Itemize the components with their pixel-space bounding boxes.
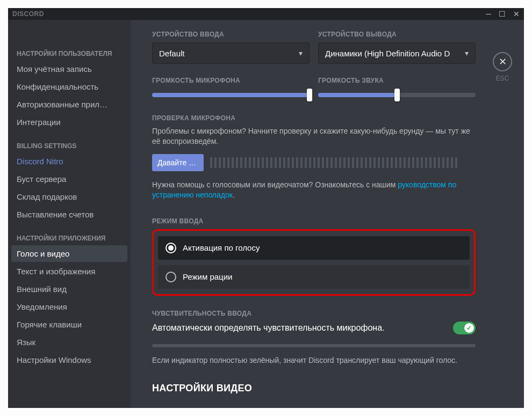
- mic-test-desc: Проблемы с микрофоном? Начните проверку …: [152, 126, 476, 147]
- sidebar-item-billing[interactable]: Выставление счетов: [11, 206, 127, 223]
- mic-help-suffix: .: [233, 191, 235, 199]
- input-mode-group: Активация по голосу Режим рации: [152, 229, 476, 296]
- sidebar-item-gift-inventory[interactable]: Склад подарков: [11, 188, 127, 205]
- mic-help-prefix: Нужна помощь с голосовым или видеочатом?…: [152, 180, 398, 189]
- sidebar-item-windows[interactable]: Настройки Windows: [11, 352, 127, 368]
- app-brand: DISCORD: [12, 10, 44, 18]
- sidebar-item-language[interactable]: Язык: [11, 334, 127, 351]
- input-mode-push-to-talk[interactable]: Режим рации: [158, 265, 470, 289]
- output-volume-slider[interactable]: [318, 89, 476, 101]
- video-settings-heading: НАСТРОЙКИ ВИДЕО: [152, 383, 476, 394]
- auto-sensitivity-toggle[interactable]: ✓: [453, 322, 476, 334]
- mic-help-text: Нужна помощь с голосовым или видеочатом?…: [152, 180, 476, 200]
- output-device-select[interactable]: Динамики (High Definition Audio D ▾: [318, 42, 476, 64]
- sidebar-item-privacy[interactable]: Конфиденциальность: [11, 78, 127, 95]
- mic-vu-meter: [210, 157, 476, 168]
- sidebar-item-text-images[interactable]: Текст и изображения: [11, 263, 127, 280]
- input-device-heading: УСТРОЙСТВО ВВОДА: [152, 31, 310, 38]
- window-controls: ─ ☐ ✕: [486, 10, 520, 18]
- input-volume-heading: ГРОМКОСТЬ МИКРОФОНА: [152, 77, 310, 84]
- sidebar-item-integrations[interactable]: Интеграции: [11, 114, 127, 130]
- input-mode-voice-activity[interactable]: Активация по голосу: [158, 236, 470, 260]
- sidebar-item-voice-video[interactable]: Голос и видео: [11, 245, 127, 262]
- sidebar-item-notifications[interactable]: Уведомления: [11, 298, 127, 315]
- sidebar-heading-app: НАСТРОЙКИ ПРИЛОЖЕНИЯ: [11, 231, 127, 245]
- input-device-select[interactable]: Default ▾: [152, 42, 310, 64]
- chevron-down-icon: ▾: [465, 49, 469, 57]
- auto-sensitivity-label: Автоматически определять чувствительност…: [152, 323, 385, 333]
- input-mode-label: Режим рации: [183, 272, 232, 281]
- input-volume-slider[interactable]: [152, 89, 310, 101]
- check-icon: ✓: [464, 323, 474, 333]
- sidebar-item-nitro[interactable]: Discord Nitro: [11, 153, 127, 170]
- settings-sidebar: НАСТРОЙКИ ПОЛЬЗОВАТЕЛЯ Моя учётная запис…: [8, 20, 131, 408]
- radio-icon: [166, 243, 176, 253]
- sensitivity-bar: [152, 344, 476, 347]
- mic-test-heading: ПРОВЕРКА МИКРОФОНА: [152, 114, 476, 122]
- sidebar-item-auth-apps[interactable]: Авторизованные прил…: [11, 96, 127, 113]
- sensitivity-heading: ЧУВСТВИТЕЛЬНОСТЬ ВВОДА: [152, 310, 476, 317]
- input-device-value: Default: [159, 49, 185, 58]
- input-mode-label: Активация по голосу: [183, 243, 260, 252]
- sidebar-heading-user: НАСТРОЙКИ ПОЛЬЗОВАТЕЛЯ: [11, 47, 127, 61]
- sidebar-item-keybinds[interactable]: Горячие клавиши: [11, 316, 127, 333]
- chevron-down-icon: ▾: [299, 49, 303, 57]
- sidebar-item-account[interactable]: Моя учётная запись: [11, 61, 127, 77]
- titlebar: DISCORD ─ ☐ ✕: [8, 8, 524, 20]
- minimize-icon[interactable]: ─: [486, 10, 491, 18]
- output-device-heading: УСТРОЙСТВО ВЫВОДА: [318, 31, 476, 38]
- output-volume-heading: ГРОМКОСТЬ ЗВУКА: [318, 77, 476, 84]
- sensitivity-hint: Если индикатор полностью зелёный, значит…: [152, 356, 476, 364]
- settings-content: УСТРОЙСТВО ВВОДА Default ▾ УСТРОЙСТВО ВЫ…: [131, 20, 524, 408]
- sidebar-heading-billing: BILLING SETTINGS: [11, 139, 127, 153]
- sidebar-item-appearance[interactable]: Внешний вид: [11, 281, 127, 297]
- input-mode-heading: РЕЖИМ ВВОДА: [152, 217, 476, 225]
- mic-test-button[interactable]: Давайте пр…: [152, 154, 204, 171]
- radio-icon: [166, 272, 176, 282]
- close-window-icon[interactable]: ✕: [513, 10, 520, 18]
- maximize-icon[interactable]: ☐: [499, 10, 506, 18]
- sidebar-item-server-boost[interactable]: Буст сервера: [11, 171, 127, 187]
- output-device-value: Динамики (High Definition Audio D: [325, 49, 450, 58]
